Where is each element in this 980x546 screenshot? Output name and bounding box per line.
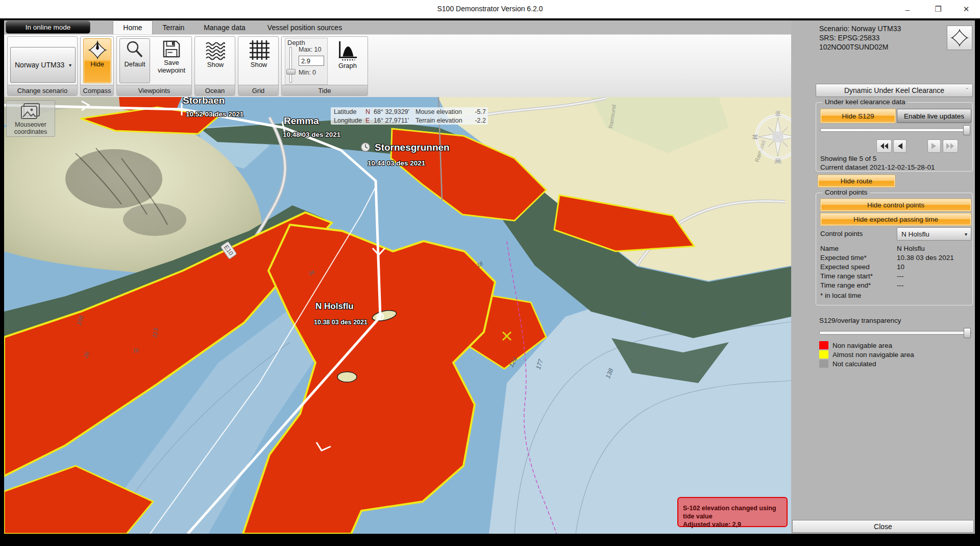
tab-manage-data[interactable]: Manage data — [198, 20, 251, 34]
scenario-name: Scenario: Norway UTM33 — [819, 25, 901, 33]
graph-button[interactable]: Graph — [332, 38, 363, 83]
tab-home[interactable]: Home — [113, 20, 153, 34]
minimize-icon: – — [905, 5, 910, 14]
graph-label: Graph — [338, 62, 357, 69]
rose-north-label: N — [751, 134, 759, 139]
islet — [337, 372, 357, 382]
group-viewpoints: Default Save viewpoint Viewpoints — [116, 36, 192, 96]
clock-icon — [360, 142, 371, 152]
restore-button[interactable]: ❐ — [926, 0, 950, 18]
group-change-scenario: Norway UTM33 ▾ Change scenario — [7, 36, 78, 96]
mode-dropdown-value: Dynamic Under Keel Clearance — [844, 86, 944, 94]
scenario-srs: SRS: EPSG:25833 — [819, 34, 879, 42]
depth-slider-track[interactable] — [289, 47, 292, 83]
waypoint-label: N Holsflu — [315, 301, 354, 312]
notification-line1: S-102 elevation changed using tide value — [683, 504, 787, 520]
latitude-value: 68° 32,9329' — [374, 108, 415, 115]
group-tide: Depth Max: 10 2.9 Min: 0 Graph — [281, 36, 368, 96]
legend-label: Not calculated — [832, 360, 876, 368]
cp-row-value: --- — [897, 281, 904, 289]
cp-row-value: 10 — [897, 263, 904, 271]
depth-value-input[interactable]: 2.9 — [299, 56, 324, 66]
scenario-dataset-id: 102NO00TSUND02M — [819, 43, 888, 51]
chevron-down-icon: ▾ — [965, 231, 967, 237]
control-points-groupbox: Control points Hide control points Hide … — [816, 193, 973, 305]
next-file-button[interactable] — [927, 139, 941, 153]
rewind-icon — [879, 143, 889, 150]
group-label-compass: Compass — [81, 85, 113, 96]
app-window: S100 Demonstrator Version 6.2.0 – ❐ ✕ In… — [0, 0, 980, 546]
terrain-elevation-label: Terrain elevation — [415, 117, 472, 124]
grid-icon — [248, 39, 270, 61]
group-label-change-scenario: Change scenario — [8, 85, 77, 96]
group-label-ocean: Ocean — [195, 85, 235, 96]
waypoint-time: 10.52 03 des 2021 — [186, 110, 243, 118]
fast-forward-icon — [946, 143, 955, 150]
transparency-slider-track[interactable] — [819, 331, 971, 335]
depth-slider-panel: Depth Max: 10 2.9 Min: 0 — [285, 38, 328, 85]
tab-vessel-position-sources[interactable]: Vessel position sources — [258, 20, 351, 34]
transparency-slider-handle[interactable] — [964, 328, 971, 338]
compass-star-icon — [87, 40, 108, 60]
mouseover-coordinates-button[interactable]: Mouseover coordinates — [6, 100, 55, 137]
tab-terrain[interactable]: Terrain — [154, 20, 193, 34]
transparency-label: S129/overlay transparency — [819, 317, 901, 324]
cp-row-label: Expected speed — [820, 263, 870, 271]
current-dataset-text: Current dataset 2021-12-02-15-28-01 — [820, 163, 935, 171]
save-viewpoint-button[interactable]: Save viewpoint — [154, 38, 189, 85]
group-label-viewpoints: Viewpoints — [117, 85, 191, 96]
legend-label: Non navigable area — [832, 342, 892, 349]
minimize-button[interactable]: – — [896, 0, 919, 18]
enable-live-updates-button[interactable]: Enable live updates — [897, 109, 971, 123]
chevron-down-icon: ▾ — [69, 62, 71, 68]
floppy-disk-icon — [162, 39, 181, 59]
legend: Non navigable area Almost non navigable … — [819, 341, 914, 368]
close-window-button[interactable]: ✕ — [954, 0, 978, 18]
rose-east-label: E — [776, 110, 780, 117]
previous-file-button[interactable] — [893, 139, 906, 153]
legend-item: Almost non navigable area — [819, 350, 914, 359]
scenario-dropdown[interactable]: Norway UTM33 ▾ — [10, 47, 76, 83]
waypoint-label: Storbaen — [183, 97, 225, 106]
control-point-dropdown[interactable]: N Holsflu ▾ — [897, 227, 971, 241]
default-viewpoint-button[interactable]: Default — [119, 38, 150, 83]
terrain-elevation-value: -2.2 — [472, 117, 489, 124]
group-compass: Hide Compass — [80, 36, 114, 96]
close-panel-button[interactable]: Close — [792, 520, 974, 533]
compass-hide-label: Hide — [90, 60, 104, 68]
last-file-button[interactable] — [943, 139, 958, 153]
legend-swatch-gray — [819, 360, 828, 368]
cp-row-label: Name — [820, 245, 839, 252]
title-bar: S100 Demonstrator Version 6.2.0 – ❐ ✕ — [0, 0, 980, 18]
waypoint-time: 10.44 03 des 2021 — [368, 159, 425, 167]
panel-compass-button[interactable] — [947, 26, 972, 50]
group-ocean: Show Ocean — [194, 36, 235, 96]
legend-item: Not calculated — [819, 359, 914, 368]
cp-row-value: --- — [897, 272, 904, 280]
images-icon — [19, 103, 42, 121]
longitude-value: 16° 27,9711' — [374, 117, 415, 124]
grid-show-button[interactable]: Show — [242, 38, 276, 83]
map-viewport[interactable]: 156 26 16 113 34 18 124 177 138 73 Ramsu… — [4, 97, 791, 534]
mouseover-coordinates-label: Mouseover coordinates — [7, 121, 55, 135]
dataset-slider-handle[interactable] — [963, 125, 970, 135]
magnifier-icon — [125, 40, 144, 60]
dataset-slider-track[interactable] — [820, 128, 970, 132]
compass-hide-button[interactable]: Hide — [83, 38, 111, 83]
grid-show-label: Show — [251, 61, 267, 68]
hide-expected-passing-time-button[interactable]: Hide expected passing time — [820, 213, 971, 226]
waypoint-time: 10.38 03 des 2021 — [314, 319, 368, 326]
step-forward-icon — [931, 143, 937, 150]
mode-dropdown[interactable]: Dynamic Under Keel Clearance ˇ — [816, 84, 973, 97]
first-file-button[interactable] — [876, 139, 892, 153]
ukc-groupbox: Under keel clearance data Hide S129 Enab… — [816, 102, 973, 172]
ocean-show-button[interactable]: Show — [199, 38, 232, 83]
hide-s129-button[interactable]: Hide S129 — [820, 109, 896, 123]
hide-route-button[interactable]: Hide route — [818, 175, 895, 187]
waypoint-label: Stornesgrunnen — [375, 142, 450, 153]
depth-slider-handle[interactable] — [286, 69, 296, 75]
tab-row: In online mode Home Terrain Manage data … — [4, 20, 791, 34]
hide-control-points-button[interactable]: Hide control points — [820, 199, 971, 211]
mouse-elevation-value: -5.7 — [472, 108, 489, 115]
cp-row-value: 10.38 03 des 2021 — [897, 254, 954, 262]
